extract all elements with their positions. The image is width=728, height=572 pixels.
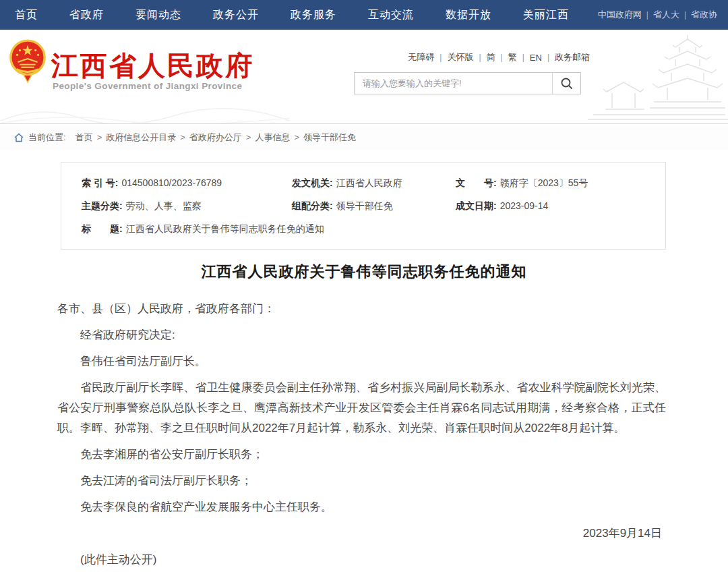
breadcrumb-item-open-gov-directory[interactable]: 政府信息公开目录 xyxy=(106,132,176,144)
pavilion-sketch-icon xyxy=(586,32,728,123)
link-provincial-npc[interactable]: 省人大 xyxy=(653,9,679,21)
nav-item-open-data[interactable]: 数据开放 xyxy=(446,8,491,22)
meta-issuer-label: 发文机关: xyxy=(292,177,333,190)
meta-index: 索 引 号: 014500810/2023-76789 xyxy=(82,177,292,190)
mountains-sketch-icon xyxy=(0,98,290,123)
meta-row: 主题分类: 劳动、人事、监察 组配分类: 领导干部任免 成文日期: 2023-0… xyxy=(61,195,665,218)
meta-title-label: 标 题: xyxy=(82,223,123,235)
nav-item-news[interactable]: 要闻动态 xyxy=(135,8,181,22)
breadcrumb-item-general-office[interactable]: 省政府办公厅 xyxy=(189,132,242,144)
nav-item-beautiful-jiangxi[interactable]: 美丽江西 xyxy=(523,8,569,22)
link-china-gov-site[interactable]: 中国政府网 xyxy=(598,9,642,21)
separator: > xyxy=(294,132,299,142)
doc-note: (此件主动公开) xyxy=(57,550,666,570)
doc-paragraph: 省民政厅副厅长李晖、省卫生健康委员会副主任孙常翔、省乡村振兴局副局长勒系永、省农… xyxy=(57,378,666,438)
doc-date: 2023年9月14日 xyxy=(57,523,666,544)
meta-doc-number-label: 文 号: xyxy=(456,177,497,190)
site-title[interactable]: 江西省人民政府 xyxy=(51,47,254,84)
link-care-version[interactable]: 关怀版 xyxy=(447,51,473,63)
separator: > xyxy=(246,132,251,142)
top-nav: 首页 省政府 要闻动态 政务公开 政务服务 互动交流 数据开放 美丽江西 中国政… xyxy=(0,0,728,30)
breadcrumb-item-personnel-info[interactable]: 人事信息 xyxy=(255,132,290,144)
meta-title: 标 题: 江西省人民政府关于鲁伟等同志职务任免的通知 xyxy=(82,223,665,235)
meta-date: 成文日期: 2023-09-14 xyxy=(456,200,665,212)
doc-paragraph-salutation: 各市、县（区）人民政府，省政府各部门： xyxy=(57,299,666,319)
separator: | xyxy=(646,10,648,20)
link-gov-mailbox[interactable]: 政务邮箱 xyxy=(555,51,590,63)
search-input[interactable] xyxy=(355,73,552,94)
meta-topic-label: 主题分类: xyxy=(82,200,123,212)
link-english[interactable]: EN xyxy=(530,53,542,63)
nav-item-provincial-gov[interactable]: 省政府 xyxy=(69,8,104,22)
doc-paragraph: 免去江涛的省司法厅副厅长职务； xyxy=(57,471,666,491)
breadcrumb-label: 当前位置: xyxy=(28,132,66,144)
breadcrumb-item-home[interactable]: 首页 xyxy=(75,132,93,144)
page-title: 江西省人民政府关于鲁伟等同志职务任免的通知 xyxy=(0,262,728,282)
meta-topic-value: 劳动、人事、监察 xyxy=(126,200,202,212)
document-body: 各市、县（区）人民政府，省政府各部门： 经省政府研究决定: 鲁伟任省司法厅副厅长… xyxy=(57,299,666,572)
meta-index-label: 索 引 号: xyxy=(82,177,118,190)
doc-paragraph: 经省政府研究决定: xyxy=(57,325,666,345)
doc-paragraph: 鲁伟任省司法厅副厅长。 xyxy=(57,351,666,372)
doc-paragraph: 免去李湘屏的省公安厅副厅长职务； xyxy=(57,445,666,465)
meta-issuer-value: 江西省人民政府 xyxy=(336,177,402,190)
meta-date-value: 2023-09-14 xyxy=(500,200,549,212)
site-subtitle: People's Government of Jiangxi Province xyxy=(53,81,242,91)
separator: | xyxy=(501,53,503,62)
document-meta-box: 索 引 号: 014500810/2023-76789 发文机关: 江西省人民政… xyxy=(61,162,666,250)
breadcrumb-current: 领导干部任免 xyxy=(303,132,356,144)
doc-paragraph: 免去李保良的省航空产业发展服务中心主任职务。 xyxy=(57,497,666,517)
meta-index-value: 014500810/2023-76789 xyxy=(121,177,222,190)
nav-items: 首页 省政府 要闻动态 政务公开 政务服务 互动交流 数据开放 美丽江西 xyxy=(0,8,569,22)
meta-title-value: 江西省人民政府关于鲁伟等同志职务任免的通知 xyxy=(126,223,324,235)
nav-item-open-gov[interactable]: 政务公开 xyxy=(213,8,259,22)
breadcrumb: 当前位置: 首页 > 政府信息公开目录 > 省政府办公厅 > 人事信息 > 领导… xyxy=(0,125,728,150)
link-traditional-chinese[interactable]: 繁 xyxy=(508,51,517,63)
header-quick-links: 无障碍 | 关怀版 | 简 | 繁 | EN | 政务邮箱 xyxy=(408,51,590,63)
meta-group-label: 组配分类: xyxy=(292,200,333,212)
search-icon xyxy=(560,77,574,90)
meta-row: 标 题: 江西省人民政府关于鲁伟等同志职务任免的通知 xyxy=(61,218,665,241)
home-icon xyxy=(13,132,24,143)
nav-right-links: 中国政府网 | 省人大 | 省政协 xyxy=(598,9,728,21)
link-simplified-chinese[interactable]: 简 xyxy=(487,51,495,63)
meta-doc-number: 文 号: 赣府字〔2023〕55号 xyxy=(456,177,665,190)
meta-doc-number-value: 赣府字〔2023〕55号 xyxy=(500,177,588,190)
link-accessibility[interactable]: 无障碍 xyxy=(408,51,434,63)
separator: | xyxy=(439,53,442,62)
site-header: 江西省人民政府 People's Government of Jiangxi P… xyxy=(0,30,728,124)
nav-item-gov-services[interactable]: 政务服务 xyxy=(291,8,336,22)
separator: | xyxy=(684,10,686,20)
meta-date-label: 成文日期: xyxy=(456,200,497,212)
separator: | xyxy=(522,53,524,62)
meta-topic: 主题分类: 劳动、人事、监察 xyxy=(82,200,292,212)
separator: > xyxy=(180,132,185,142)
separator: > xyxy=(97,132,102,142)
nav-item-interaction[interactable]: 互动交流 xyxy=(368,8,414,22)
nav-item-home[interactable]: 首页 xyxy=(15,8,38,22)
meta-group: 组配分类: 领导干部任免 xyxy=(292,200,456,212)
national-emblem-icon xyxy=(8,38,47,84)
meta-group-value: 领导干部任免 xyxy=(336,200,393,212)
separator: | xyxy=(547,53,549,62)
search-box xyxy=(354,72,581,94)
link-provincial-cppcc[interactable]: 省政协 xyxy=(691,9,717,21)
meta-issuer: 发文机关: 江西省人民政府 xyxy=(292,177,456,190)
separator: | xyxy=(479,53,481,62)
meta-row: 索 引 号: 014500810/2023-76789 发文机关: 江西省人民政… xyxy=(61,172,665,195)
search-button[interactable] xyxy=(552,73,580,94)
